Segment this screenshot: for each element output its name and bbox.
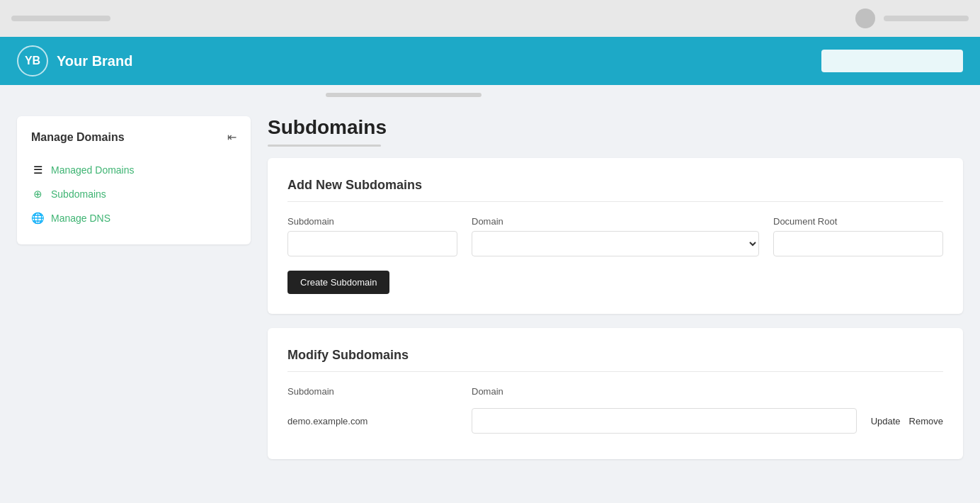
docroot-field-group: Document Root — [773, 216, 943, 256]
modify-domain-input[interactable] — [472, 408, 857, 434]
scroll-bar — [326, 93, 482, 97]
page-title-section: Subdomains — [268, 116, 963, 147]
collapse-icon[interactable]: ⇤ — [227, 130, 237, 144]
browser-chrome — [0, 0, 980, 37]
sidebar-header: Manage Domains ⇤ — [31, 130, 237, 144]
list-icon: ☰ — [31, 164, 44, 176]
card-divider — [287, 201, 943, 202]
top-nav: YB Your Brand — [0, 37, 980, 85]
row-subdomain: demo.example.com — [287, 416, 457, 426]
add-subdomains-card: Add New Subdomains Subdomain Domain Docu… — [268, 158, 963, 314]
sidebar-item-manage-dns[interactable]: 🌐 Manage DNS — [31, 206, 237, 230]
scroll-indicator — [0, 85, 980, 105]
browser-avatar — [855, 9, 875, 28]
sidebar: Manage Domains ⇤ ☰ Managed Domains ⊕ Sub… — [17, 116, 251, 244]
domain-field-group: Domain — [472, 216, 759, 256]
modify-card-divider — [287, 371, 943, 372]
modify-subdomains-card: Modify Subdomains Subdomain Domain demo.… — [268, 328, 963, 459]
domain-col-header: Domain — [472, 386, 943, 397]
document-root-input[interactable] — [773, 231, 943, 256]
create-subdomain-button[interactable]: Create Subdomain — [287, 271, 389, 294]
sidebar-item-label-manage-dns: Manage DNS — [51, 213, 110, 224]
row-actions: Update Remove — [871, 416, 943, 426]
nav-search-input[interactable] — [821, 50, 963, 72]
modify-card-title: Modify Subdomains — [287, 348, 943, 363]
domain-label: Domain — [472, 216, 759, 227]
row-domain-input — [472, 408, 857, 434]
sidebar-title: Manage Domains — [31, 131, 125, 144]
content-area: Subdomains Add New Subdomains Subdomain … — [268, 105, 963, 473]
table-row: demo.example.com Update Remove — [287, 402, 943, 439]
brand-logo: YB — [17, 45, 48, 77]
update-button[interactable]: Update — [871, 416, 901, 426]
subdomain-col-header: Subdomain — [287, 386, 457, 397]
remove-button[interactable]: Remove — [909, 416, 943, 426]
browser-scroll-bar — [11, 16, 110, 21]
sidebar-item-subdomains[interactable]: ⊕ Subdomains — [31, 182, 237, 206]
sidebar-item-managed-domains[interactable]: ☰ Managed Domains — [31, 158, 237, 182]
page-title: Subdomains — [268, 116, 963, 139]
brand-name: Your Brand — [57, 53, 132, 69]
main-layout: Manage Domains ⇤ ☰ Managed Domains ⊕ Sub… — [0, 105, 980, 490]
document-root-label: Document Root — [773, 216, 943, 227]
modify-table-headers: Subdomain Domain — [287, 386, 943, 397]
add-card-title: Add New Subdomains — [287, 178, 943, 193]
subdomain-icon: ⊕ — [31, 188, 44, 200]
subdomain-input[interactable] — [287, 231, 457, 256]
browser-bar-right — [884, 16, 969, 21]
sidebar-item-label-subdomains: Subdomains — [51, 188, 106, 200]
sidebar-item-label-managed-domains: Managed Domains — [51, 164, 135, 176]
domain-select[interactable] — [472, 231, 759, 256]
page-title-underline — [268, 145, 381, 147]
subdomain-field-group: Subdomain — [287, 216, 457, 256]
add-form-row: Subdomain Domain Document Root — [287, 216, 943, 256]
subdomain-label: Subdomain — [287, 216, 457, 227]
globe-icon: 🌐 — [31, 212, 44, 225]
